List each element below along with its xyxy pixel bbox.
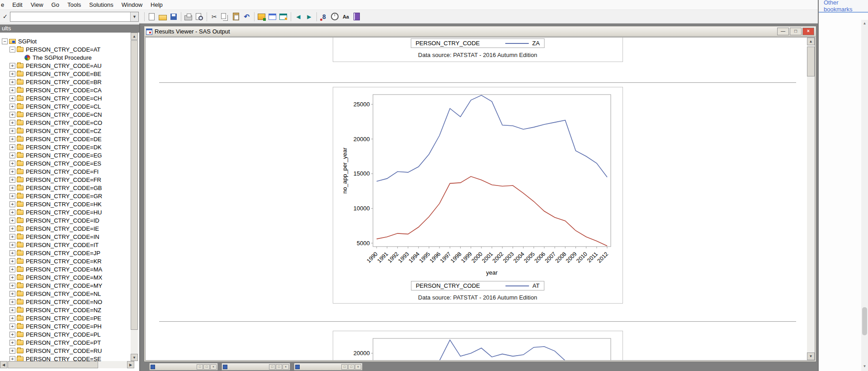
menu-item[interactable]: Help — [146, 0, 167, 9]
tree-item-label[interactable]: PERSON_CTRY_CODE=ES — [26, 160, 101, 167]
close-button[interactable]: × — [210, 364, 217, 370]
tree-item[interactable]: +PERSON_CTRY_CODE=AU — [0, 62, 130, 70]
expand-icon[interactable]: + — [9, 234, 15, 240]
tree-item[interactable]: +PERSON_CTRY_CODE=GB — [0, 184, 130, 192]
menu-item[interactable]: Tools — [63, 0, 85, 9]
expand-icon[interactable]: + — [9, 348, 15, 354]
menu-item[interactable]: Window — [118, 0, 146, 9]
scroll-left-icon[interactable]: ◀ — [0, 361, 7, 368]
expand-icon[interactable]: + — [9, 63, 15, 69]
new-library-icon[interactable] — [257, 12, 267, 22]
back-icon[interactable] — [293, 12, 303, 22]
close-button[interactable]: × — [283, 364, 289, 370]
expand-icon[interactable]: + — [9, 120, 15, 126]
expand-icon[interactable]: + — [9, 250, 15, 256]
scroll-up-icon[interactable]: ▲ — [807, 38, 815, 45]
expand-icon[interactable]: + — [9, 291, 15, 297]
tree-item-label[interactable]: PERSON_CTRY_CODE=IN — [26, 233, 99, 240]
open-folder-icon[interactable] — [158, 12, 168, 22]
undo-icon[interactable] — [242, 12, 252, 22]
tree-item[interactable]: +PERSON_CTRY_CODE=CL — [0, 102, 130, 110]
tree-item-label[interactable]: PERSON_CTRY_CODE=HU — [26, 209, 102, 216]
help-book-icon[interactable] — [352, 12, 362, 22]
tree-item-label[interactable]: PERSON_CTRY_CODE=SE — [26, 356, 101, 361]
tree-item-label[interactable]: PERSON_CTRY_CODE=MY — [26, 282, 102, 289]
expand-icon[interactable]: + — [9, 356, 15, 361]
cut-icon[interactable] — [209, 12, 219, 22]
tree-item[interactable]: +PERSON_CTRY_CODE=CZ — [0, 127, 130, 135]
restore-button[interactable]: □ — [269, 364, 275, 370]
tree-item-label[interactable]: SGPlot — [18, 38, 37, 45]
expand-icon[interactable]: + — [9, 71, 15, 77]
chevron-down-icon[interactable]: ▼ — [130, 12, 138, 21]
expand-icon[interactable]: + — [9, 152, 15, 158]
tree-item-label[interactable]: PERSON_CTRY_CODE=AU — [26, 62, 102, 69]
maximize-button[interactable]: □ — [203, 364, 210, 370]
expand-icon[interactable]: + — [9, 79, 15, 85]
expand-icon[interactable]: + — [9, 193, 15, 199]
tree-item[interactable]: +PERSON_CTRY_CODE=PL — [0, 330, 130, 338]
tree-item-label[interactable]: PERSON_CTRY_CODE=PT — [26, 339, 101, 346]
tree-item-label[interactable]: PERSON_CTRY_CODE=NL — [26, 290, 101, 297]
paste-icon[interactable] — [231, 12, 241, 22]
new-document-icon[interactable] — [147, 12, 157, 22]
tree-item[interactable]: +PERSON_CTRY_CODE=HU — [0, 208, 130, 216]
tree-item[interactable]: +PERSON_CTRY_CODE=SE — [0, 355, 130, 361]
tree-item-label[interactable]: PERSON_CTRY_CODE=FR — [26, 176, 101, 183]
tree-item-label[interactable]: PERSON_CTRY_CODE=ID — [26, 217, 99, 224]
scroll-right-icon[interactable]: ▶ — [127, 361, 134, 368]
print-preview-icon[interactable] — [194, 12, 204, 22]
tree-item-label[interactable]: PERSON_CTRY_CODE=DE — [26, 136, 102, 143]
tree-item[interactable]: +PERSON_CTRY_CODE=PE — [0, 314, 130, 322]
font-icon[interactable] — [341, 12, 351, 22]
tree-item-label[interactable]: PERSON_CTRY_CODE=RU — [26, 347, 102, 354]
tree-item[interactable]: +PERSON_CTRY_CODE=ID — [0, 216, 130, 224]
tree-item-label[interactable]: PERSON_CTRY_CODE=PE — [26, 315, 101, 322]
tree-item[interactable]: −SGPlot — [0, 37, 130, 45]
maximize-button[interactable]: □ — [348, 364, 354, 370]
expand-icon[interactable]: + — [9, 169, 15, 175]
tree-item[interactable]: +PERSON_CTRY_CODE=CA — [0, 86, 130, 94]
tree-item-label[interactable]: PERSON_CTRY_CODE=GR — [26, 193, 102, 200]
tree-item[interactable]: +PERSON_CTRY_CODE=NO — [0, 298, 130, 306]
tree-item[interactable]: The SGPlot Procedure — [0, 53, 130, 62]
scroll-down-icon[interactable]: ▼ — [807, 352, 815, 360]
tree-item[interactable]: +PERSON_CTRY_CODE=FR — [0, 176, 130, 184]
scroll-up-icon[interactable]: ▲ — [131, 33, 138, 40]
collapse-icon[interactable]: − — [9, 47, 15, 52]
scroll-down-icon[interactable]: ▼ — [861, 363, 868, 370]
tree-item-label[interactable]: PERSON_CTRY_CODE=DK — [26, 144, 102, 151]
tree-item[interactable]: +PERSON_CTRY_CODE=MX — [0, 273, 130, 281]
expand-icon[interactable]: + — [9, 112, 15, 118]
tree-item-label[interactable]: PERSON_CTRY_CODE=BR — [26, 79, 102, 86]
tree-item-label[interactable]: PERSON_CTRY_CODE=MA — [26, 266, 102, 273]
tree-item[interactable]: +PERSON_CTRY_CODE=NZ — [0, 306, 130, 314]
clock-icon[interactable] — [330, 12, 340, 22]
tree-item-label[interactable]: PERSON_CTRY_CODE=IE — [26, 225, 99, 232]
menu-item[interactable]: Edit — [8, 0, 26, 9]
explorer-window-icon[interactable] — [268, 12, 278, 22]
expand-icon[interactable]: + — [9, 144, 15, 150]
expand-icon[interactable]: + — [9, 266, 15, 272]
collapse-icon[interactable]: − — [2, 38, 8, 44]
tree-item[interactable]: +PERSON_CTRY_CODE=DK — [0, 143, 130, 151]
expand-icon[interactable]: + — [9, 201, 15, 207]
tree-item-label[interactable]: PERSON_CTRY_CODE=IT — [26, 242, 99, 248]
expand-icon[interactable]: + — [9, 128, 15, 134]
tree-item[interactable]: +PERSON_CTRY_CODE=MY — [0, 281, 130, 290]
expand-icon[interactable]: + — [9, 283, 15, 289]
results-vertical-scrollbar[interactable]: ▲ ▼ — [807, 38, 815, 360]
scroll-up-icon[interactable]: ▲ — [861, 20, 868, 27]
tree-item[interactable]: +PERSON_CTRY_CODE=IT — [0, 241, 130, 249]
tree-item[interactable]: +PERSON_CTRY_CODE=KR — [0, 257, 130, 265]
results-viewer-titlebar[interactable]: Results Viewer - SAS Output — □ × — [145, 27, 816, 37]
tree-item[interactable]: +PERSON_CTRY_CODE=CO — [0, 119, 130, 127]
tree-vertical-scrollbar[interactable]: ▲ ▼ — [131, 33, 138, 361]
tree-item-label[interactable]: PERSON_CTRY_CODE=MX — [26, 274, 102, 281]
scrollbar-thumb[interactable] — [8, 361, 98, 368]
tree-item-label[interactable]: PERSON_CTRY_CODE=KR — [26, 258, 102, 265]
maximize-button[interactable]: □ — [790, 28, 802, 35]
command-combobox[interactable]: ▼ — [10, 12, 139, 22]
tree-item[interactable]: +PERSON_CTRY_CODE=HK — [0, 200, 130, 208]
close-button[interactable]: × — [355, 364, 361, 370]
